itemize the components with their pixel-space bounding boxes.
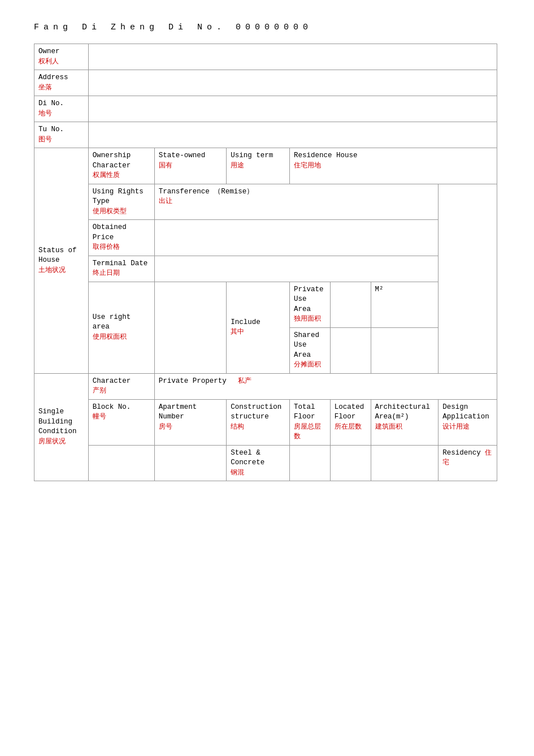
tuno-label: Tu No. 图号 bbox=[34, 122, 89, 148]
construction-structure-value: Steel & Concrete 钢混 bbox=[227, 445, 290, 481]
use-right-area-value bbox=[154, 282, 227, 373]
table-row-owner: Owner 权利人 bbox=[34, 44, 497, 70]
property-table: Owner 权利人 Address 坐落 Di No. 地号 Tu No. 图号… bbox=[34, 44, 497, 481]
table-row-tuno: Tu No. 图号 bbox=[34, 122, 497, 148]
using-term-label: Using term 用途 bbox=[227, 148, 290, 184]
block-no-value bbox=[88, 445, 154, 481]
private-use-area-value bbox=[330, 282, 371, 327]
dino-label: Di No. 地号 bbox=[34, 96, 89, 122]
located-floor-header: Located Floor 所在层数 bbox=[330, 399, 371, 445]
title-line: Fang Di Zheng Di No. 00000000 bbox=[34, 23, 500, 32]
obtained-price-label: Obtained Price 取得价格 bbox=[88, 220, 154, 256]
table-row-use-right-area-1: Use right area 使用权面积 Include 其中 Private … bbox=[34, 282, 497, 327]
table-row-obtained-price: Obtained Price 取得价格 bbox=[34, 220, 497, 256]
character-label: Character 产别 bbox=[88, 373, 154, 399]
m2-label-2 bbox=[371, 327, 439, 373]
owner-label: Owner 权利人 bbox=[34, 44, 89, 70]
private-use-area-label: Private Use Area 独用面积 bbox=[289, 282, 330, 327]
ownership-char-label: Ownership Character 权属性质 bbox=[88, 148, 154, 184]
single-building-label: Single Building Condition 房屋状况 bbox=[34, 373, 89, 481]
table-row-col-headers: Block No. 幢号 Apartment Number 房号 Constru… bbox=[34, 399, 497, 445]
use-right-area-label: Use right area 使用权面积 bbox=[88, 282, 154, 373]
using-rights-label: Using Rights Type 使用权类型 bbox=[88, 184, 154, 220]
design-application-header: Design Application 设计用途 bbox=[439, 399, 497, 445]
apartment-number-value bbox=[154, 445, 227, 481]
state-owned-value: State-owned 国有 bbox=[154, 148, 227, 184]
obtained-price-value bbox=[154, 220, 439, 256]
address-label: Address 坐落 bbox=[34, 70, 89, 96]
tuno-value bbox=[88, 122, 497, 148]
shared-use-area-label: Shared Use Area 分摊面积 bbox=[289, 327, 330, 373]
private-property-value: Private Property 私产 bbox=[154, 373, 497, 399]
table-row-data: Steel & Concrete 钢混 Residency 住宅 bbox=[34, 445, 497, 481]
located-floor-value bbox=[330, 445, 371, 481]
table-row-using-rights: Using Rights Type 使用权类型 Transference （Re… bbox=[34, 184, 497, 220]
terminal-date-label: Terminal Date 终止日期 bbox=[88, 256, 154, 282]
construction-structure-header: Construction structure 结构 bbox=[227, 399, 290, 445]
address-value bbox=[88, 70, 497, 96]
design-application-value: Residency 住宅 bbox=[439, 445, 497, 481]
table-row-ownership: Status of House 土地状况 Ownership Character… bbox=[34, 148, 497, 184]
architectural-area-value bbox=[371, 445, 439, 481]
table-row-address: Address 坐落 bbox=[34, 70, 497, 96]
transference-value: Transference （Remise） 出让 bbox=[154, 184, 439, 220]
table-row-dino: Di No. 地号 bbox=[34, 96, 497, 122]
table-row-terminal-date: Terminal Date 终止日期 bbox=[34, 256, 497, 282]
dino-value bbox=[88, 96, 497, 122]
total-floor-value bbox=[289, 445, 330, 481]
table-row-building-header: Single Building Condition 房屋状况 Character… bbox=[34, 373, 497, 399]
shared-use-area-value bbox=[330, 327, 371, 373]
owner-value bbox=[88, 44, 497, 70]
status-house-label: Status of House 土地状况 bbox=[34, 148, 89, 374]
total-floor-header: Total Floor 房屋总层数 bbox=[289, 399, 330, 445]
include-label: Include 其中 bbox=[227, 282, 290, 373]
m2-label-1: M² bbox=[371, 282, 439, 327]
apartment-number-header: Apartment Number 房号 bbox=[154, 399, 227, 445]
residence-house-value: Residence House 住宅用地 bbox=[289, 148, 497, 184]
terminal-date-value bbox=[154, 256, 439, 282]
architectural-area-header: Architectural Area(m²) 建筑面积 bbox=[371, 399, 439, 445]
block-no-header: Block No. 幢号 bbox=[88, 399, 154, 445]
